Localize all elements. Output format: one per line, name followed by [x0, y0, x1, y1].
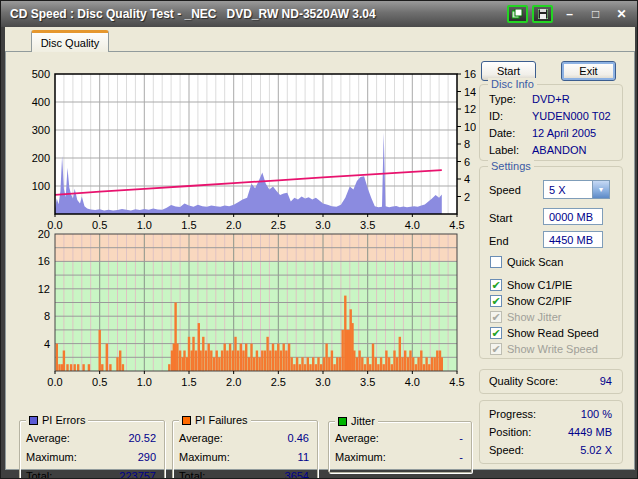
tab-page: 0.00.51.01.52.02.53.03.54.04.51002003004…	[5, 51, 635, 470]
svg-text:12: 12	[464, 103, 476, 115]
svg-text:10: 10	[464, 121, 476, 133]
settings-title: Settings	[488, 160, 534, 172]
svg-text:4: 4	[464, 173, 470, 185]
position-label: Position:	[489, 426, 531, 438]
app-window: CD Speed : Disc Quality Test - _NEC DVD_…	[0, 0, 638, 479]
stat-value: -	[459, 432, 463, 444]
exit-button[interactable]: Exit	[561, 61, 616, 81]
checkbox-box-icon[interactable]: ✔	[490, 327, 502, 339]
svg-text:300: 300	[32, 124, 50, 136]
checkbox-label: Show C2/PIF	[507, 295, 572, 307]
checkbox-box-icon: ✔	[490, 343, 502, 355]
window-title: CD Speed : Disc Quality Test - _NEC DVD_…	[1, 7, 376, 21]
floppy-icon[interactable]	[532, 5, 553, 23]
svg-text:3.0: 3.0	[315, 376, 330, 388]
pi-errors-chart: 0.00.51.01.52.02.53.03.54.04.51002003004…	[14, 68, 476, 234]
stat-label: Total:	[179, 470, 205, 479]
svg-text:2: 2	[464, 191, 470, 203]
progress-label: Progress:	[489, 408, 536, 420]
pi-failures-title: PI Failures	[195, 414, 248, 426]
checkbox-show-write-speed: ✔ Show Write Speed	[490, 342, 598, 356]
speed-value: 5 X	[549, 184, 566, 196]
jitter-stats: Jitter Average:- Maximum:-	[328, 421, 472, 473]
end-pos-label: End	[489, 235, 509, 247]
speed-label: Speed	[489, 184, 521, 196]
minimize-button[interactable]: –	[560, 5, 579, 23]
tab-disc-quality[interactable]: Disc Quality	[31, 30, 109, 52]
svg-text:0.0: 0.0	[47, 376, 62, 388]
checkbox-box-icon[interactable]: ✔	[490, 279, 502, 291]
svg-text:200: 200	[32, 152, 50, 164]
progress-box: Progress:100 % Position:4449 MB Speed:5.…	[479, 400, 623, 464]
close-button[interactable]: ✕	[612, 5, 631, 23]
disc-date-label: Date:	[489, 127, 515, 139]
svg-text:12: 12	[38, 283, 50, 295]
end-pos-field[interactable]: 4450 MB	[543, 231, 603, 248]
jitter-title: Jitter	[351, 415, 375, 427]
svg-text:1.5: 1.5	[181, 376, 196, 388]
pi-errors-stats: PI Errors Average:20.52 Maximum:290 Tota…	[19, 420, 165, 479]
start-pos-label: Start	[489, 212, 512, 224]
pi-failures-chart: 0.00.51.01.52.02.53.03.54.04.548121620	[14, 230, 476, 390]
svg-text:4: 4	[44, 338, 50, 350]
checkbox-box-icon[interactable]: ✔	[490, 295, 502, 307]
settings-group: Settings Speed 5 X ▼ Start 0000 MB End 4…	[479, 166, 623, 359]
stat-label: Average:	[179, 432, 223, 444]
checkbox-label: Show Read Speed	[507, 327, 599, 339]
svg-text:0.5: 0.5	[92, 376, 107, 388]
disc-id-value: YUDEN000 T02	[532, 110, 611, 122]
pi-failures-stats: PI Failures Average:0.46 Maximum:11 Tota…	[172, 420, 318, 479]
svg-text:8: 8	[464, 138, 470, 150]
start-pos-field[interactable]: 0000 MB	[543, 208, 603, 225]
svg-text:100: 100	[32, 180, 50, 192]
titlebar[interactable]: CD Speed : Disc Quality Test - _NEC DVD_…	[1, 1, 638, 27]
speed-stat-label: Speed:	[489, 444, 524, 456]
svg-text:1.0: 1.0	[137, 376, 152, 388]
chevron-down-icon[interactable]: ▼	[592, 181, 609, 198]
disc-id-label: ID:	[489, 110, 503, 122]
quality-score-box: Quality Score: 94	[479, 369, 623, 394]
stat-value: 3654	[285, 470, 309, 479]
stat-value: 223757	[119, 470, 156, 479]
disc-info-group: Disc Info Type:DVD+R ID:YUDEN000 T02 Dat…	[479, 84, 623, 161]
svg-text:8: 8	[44, 310, 50, 322]
checkbox-label: Show C1/PIE	[507, 279, 572, 291]
checkbox-show-c1-pie[interactable]: ✔ Show C1/PIE	[490, 278, 572, 292]
maximize-button[interactable]: □	[586, 5, 605, 23]
checkbox-show-c2-pif[interactable]: ✔ Show C2/PIF	[490, 294, 572, 308]
disc-info-title: Disc Info	[488, 78, 537, 90]
start-pos-value: 0000 MB	[549, 211, 593, 223]
end-pos-value: 4450 MB	[549, 234, 593, 246]
checkbox-quick-scan[interactable]: ✔ Quick Scan	[490, 255, 563, 269]
pi-failures-legend-icon	[182, 416, 191, 425]
stat-label: Maximum:	[335, 451, 386, 463]
quality-score-value: 94	[600, 375, 612, 387]
speed-select[interactable]: 5 X ▼	[543, 180, 610, 199]
svg-text:14: 14	[464, 86, 476, 98]
checkbox-show-read-speed[interactable]: ✔ Show Read Speed	[490, 326, 599, 340]
stat-value: 290	[138, 451, 156, 463]
checkbox-label: Quick Scan	[507, 256, 563, 268]
stat-label: Average:	[335, 432, 379, 444]
disc-label-value: ABANDON	[532, 144, 586, 156]
stat-value: 11	[298, 451, 309, 463]
quality-score-label: Quality Score:	[489, 375, 558, 387]
stat-label: Maximum:	[179, 451, 230, 463]
pi-errors-title: PI Errors	[42, 414, 85, 426]
stat-value: -	[459, 451, 463, 463]
pages-icon[interactable]	[507, 5, 528, 23]
svg-text:2.5: 2.5	[271, 376, 286, 388]
disc-label-label: Label:	[489, 144, 519, 156]
position-value: 4449 MB	[568, 426, 612, 438]
checkbox-label: Show Write Speed	[507, 343, 598, 355]
stat-label: Total:	[26, 470, 52, 479]
checkbox-box-icon[interactable]: ✔	[490, 256, 502, 268]
window-body: Disc Quality 0.00.51.01.52.02.53.03.54.0…	[5, 27, 635, 470]
stat-value: 20.52	[128, 432, 156, 444]
checkbox-show-jitter: ✔ Show Jitter	[490, 310, 561, 324]
speed-stat-value: 5.02 X	[580, 444, 612, 456]
svg-text:16: 16	[464, 68, 476, 80]
checkbox-box-icon: ✔	[490, 311, 502, 323]
disc-type-label: Type:	[489, 93, 516, 105]
svg-text:20: 20	[38, 230, 50, 240]
